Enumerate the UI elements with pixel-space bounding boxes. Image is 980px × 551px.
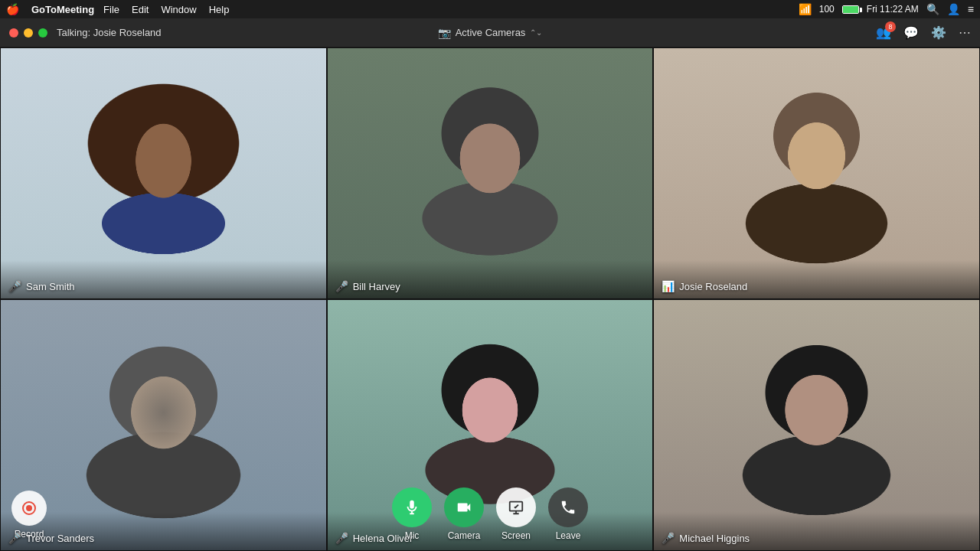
minimize-button[interactable] — [24, 28, 33, 37]
talking-status: Talking: Josie Roseland — [57, 27, 162, 38]
maximize-button[interactable] — [38, 28, 47, 37]
screen-label: Screen — [501, 530, 531, 541]
record-dot-icon — [22, 501, 36, 515]
participant-name-josie-roseland: Josie Roseland — [679, 281, 747, 292]
participant-name-sam-smith: Sam Smith — [26, 281, 75, 292]
user-icon[interactable]: 👤 — [947, 3, 960, 15]
participants-button[interactable]: 👥 8 — [876, 25, 891, 40]
mic-bars-icon: 📊 — [662, 280, 675, 292]
meeting-controls: Mic Camera — [392, 487, 588, 541]
participant-label-sam-smith: 🎤 Sam Smith — [8, 280, 75, 292]
camera-icon: 📷 — [438, 27, 451, 39]
video-cell-bill-harvey: 🎤 Bill Harvey — [327, 47, 654, 299]
chevron-updown-icon: ⌃⌄ — [530, 28, 542, 37]
leave-button-icon — [560, 499, 577, 516]
leave-label: Leave — [556, 530, 581, 541]
mic-active-icon: 🎤 — [8, 280, 21, 292]
battery-icon — [842, 5, 859, 14]
name-overlay-6 — [654, 512, 979, 550]
app-name: GoToMeeting — [31, 4, 94, 15]
clock: Fri 11:22 AM — [867, 4, 919, 15]
more-button[interactable]: ⋯ — [959, 25, 971, 40]
menu-window[interactable]: Window — [161, 4, 196, 15]
leave-control[interactable]: Leave — [548, 487, 588, 541]
name-overlay-4 — [1, 512, 326, 550]
video-cell-josie-roseland: 📊 Josie Roseland — [653, 47, 980, 299]
name-overlay-1 — [1, 260, 326, 298]
mic-button-icon — [403, 499, 420, 516]
close-button[interactable] — [9, 28, 18, 37]
chat-button[interactable]: 💬 — [903, 25, 919, 40]
participant-name-trevor-sanders: Trevor Sanders — [26, 533, 94, 544]
leave-button[interactable] — [548, 487, 588, 527]
camera-control[interactable]: Camera — [444, 487, 484, 541]
name-overlay-2 — [328, 260, 653, 298]
screen-button[interactable] — [496, 487, 536, 527]
mic-icon-trevor: 🎤 — [8, 532, 21, 544]
apple-menu[interactable]: 🍎 — [6, 3, 19, 15]
mic-button[interactable] — [392, 487, 432, 527]
participant-name-michael-higgins: Michael Higgins — [679, 533, 750, 544]
titlebar: Talking: Josie Roseland 📷 Active Cameras… — [0, 18, 980, 47]
participant-label-trevor-sanders: 🎤 Trevor Sanders — [8, 532, 94, 544]
list-icon[interactable]: ≡ — [968, 3, 974, 15]
participant-name-bill-harvey: Bill Harvey — [353, 281, 400, 292]
video-cell-michael-higgins: 🎤 Michael Higgins — [653, 299, 980, 551]
camera-label-ctrl: Camera — [448, 530, 481, 541]
traffic-lights — [9, 28, 47, 37]
participant-label-bill-harvey: 🎤 Bill Harvey — [335, 280, 400, 292]
mic-control[interactable]: Mic — [392, 487, 432, 541]
camera-button-icon — [456, 499, 472, 516]
settings-button[interactable]: ⚙️ — [931, 25, 946, 40]
menubar: 🍎 GoToMeeting File Edit Window Help 📶 10… — [0, 0, 980, 18]
record-button[interactable] — [11, 491, 47, 526]
battery-label: 100 — [819, 4, 835, 15]
menu-help[interactable]: Help — [209, 4, 230, 15]
menu-items: File Edit Window Help — [103, 4, 229, 15]
wifi-icon: 📶 — [799, 3, 812, 15]
participant-label-michael-higgins: 🎤 Michael Higgins — [662, 532, 750, 544]
titlebar-actions: 👥 8 💬 ⚙️ ⋯ — [876, 25, 971, 40]
video-cell-sam-smith: 🎤 Sam Smith — [0, 47, 327, 299]
name-overlay-3 — [654, 260, 979, 298]
participants-badge: 8 — [885, 21, 896, 32]
mic-label: Mic — [405, 530, 420, 541]
video-cell-trevor-sanders: Record 🎤 Trevor Sanders — [0, 299, 327, 551]
mic-muted-icon: 🎤 — [335, 280, 348, 292]
camera-label: Active Cameras — [456, 27, 526, 38]
menu-file[interactable]: File — [103, 4, 119, 15]
mic-icon-michael: 🎤 — [662, 532, 675, 544]
mic-icon-helena: 🎤 — [335, 532, 348, 544]
search-icon[interactable]: 🔍 — [926, 3, 939, 15]
camera-button[interactable] — [444, 487, 484, 527]
menu-edit[interactable]: Edit — [132, 4, 149, 15]
participant-label-josie-roseland: 📊 Josie Roseland — [662, 280, 747, 292]
screen-control[interactable]: Screen — [496, 487, 536, 541]
camera-selector[interactable]: 📷 Active Cameras ⌃⌄ — [438, 27, 543, 39]
video-cell-helena-oliver: Mic Camera — [327, 299, 654, 551]
menubar-right: 📶 100 Fri 11:22 AM 🔍 👤 ≡ — [799, 3, 974, 15]
record-dot-inner — [26, 505, 32, 511]
screen-button-icon — [508, 499, 524, 516]
video-grid: 🎤 Sam Smith 🎤 Bill Harvey 📊 Josie Rosela… — [0, 47, 980, 551]
